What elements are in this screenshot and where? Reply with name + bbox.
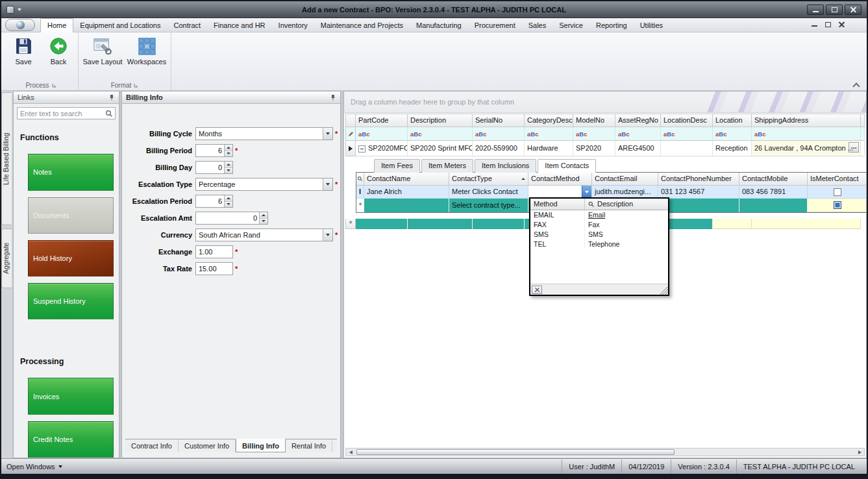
billing-period-stepper[interactable]: 6 [195,144,233,157]
tab-item-inclusions[interactable]: Item Inclusions [475,159,536,173]
contact-row[interactable]: I Jane Alrich Meter Clicks Contact judit… [356,186,867,199]
application-button[interactable] [5,19,35,31]
invoices-button[interactable]: Invoices [28,378,114,414]
open-windows-button[interactable]: Open Windows [6,463,62,471]
column-header-partcode[interactable]: PartCode [356,114,408,127]
resize-grip[interactable] [660,287,668,295]
filter-cell-categorydesc[interactable]: aBc [525,127,573,141]
tab-reporting[interactable]: Reporting [589,19,634,32]
suspend-history-button[interactable]: Suspend History [28,283,114,319]
filter-cell-description[interactable]: aBc [408,127,473,141]
spin-up-icon[interactable] [225,195,232,201]
tab-procurement[interactable]: Procurement [468,19,522,32]
column-header-modelno[interactable]: ModelNo [573,114,615,127]
cell-contactphonenumber[interactable]: 031 123 4567 [658,186,739,199]
spin-down-icon[interactable] [225,167,232,174]
tab-equipment-and-locations[interactable]: Equipment and Locations [73,19,167,32]
dropdown-option-tel[interactable]: TEL Telephone [530,240,668,249]
dropdown-column-method[interactable]: Method [530,199,585,210]
maximize-button[interactable] [826,5,843,15]
filter-cell-location[interactable]: aBc [713,127,752,141]
new-cell-contactmobile[interactable] [739,199,808,212]
checkbox-focused[interactable] [834,201,841,209]
chevron-down-icon[interactable] [323,178,332,190]
cell-location[interactable]: Reception [713,141,752,156]
cell-description[interactable]: SP2020 Sprint MFC [408,141,473,156]
cell-contactmethod-editor[interactable] [528,186,592,199]
cell-serialno[interactable]: 2020-559900 [473,141,525,156]
cell-categorydesc[interactable]: Hardware [525,141,573,156]
search-icon[interactable] [357,176,363,182]
workspaces-button[interactable]: Workspaces [127,34,167,80]
column-header-categorydesc[interactable]: CategoryDesc [525,114,573,127]
tab-item-fees[interactable]: Item Fees [374,159,420,173]
escalation-type-select[interactable]: Percentage [195,178,333,191]
column-header-description[interactable]: Description [408,114,473,127]
filter-cell-shippingaddress[interactable]: aBc [752,127,861,141]
column-header-ismetercontact[interactable]: IsMeterContact [808,173,867,186]
save-button[interactable]: Save [8,34,39,80]
column-header-location[interactable]: Location [713,114,752,127]
spin-up-icon[interactable] [225,145,232,151]
cell-ismetercontact[interactable] [808,186,867,199]
horizontal-scrollbar[interactable] [345,448,865,456]
cell-contacttype[interactable]: Meter Clicks Contact [449,186,528,199]
tax-rate-field[interactable]: 15.00 [195,262,233,275]
spin-up-icon[interactable] [225,162,232,167]
new-cell-contactname[interactable] [364,199,449,212]
tab-customer-info[interactable]: Customer Info [179,439,236,452]
column-header-contactname[interactable]: ContactName [364,173,449,186]
tab-manufacturing[interactable]: Manufacturing [410,19,468,32]
new-cell-description[interactable] [408,219,473,229]
group-by-panel[interactable]: Drag a column header here to group by th… [344,92,866,113]
billing-day-stepper[interactable]: 0 [195,161,233,174]
billing-cycle-select[interactable]: Months [195,127,333,140]
filter-cell-modelno[interactable]: aBc [573,127,615,141]
dropdown-option-fax[interactable]: FAX Fax [530,220,668,230]
tab-inventory[interactable]: Inventory [272,19,314,32]
column-header-contactmethod[interactable]: ContactMethod [528,173,592,186]
new-cell-ismetercontact[interactable] [808,199,867,212]
search-input[interactable] [18,110,105,117]
quick-access-dropdown-icon[interactable] [18,8,21,11]
new-cell-partcode[interactable] [356,219,408,229]
group-dialog-launcher-icon[interactable] [52,83,56,88]
cell-modelno[interactable]: SP2020 [573,141,615,156]
cell-contactmobile[interactable]: 083 456 7891 [739,186,808,199]
column-header-locationdesc[interactable]: LocationDesc [661,114,713,127]
pin-icon[interactable] [330,94,336,101]
tab-service[interactable]: Service [552,19,589,32]
pin-icon[interactable] [108,94,115,101]
search-icon[interactable] [105,110,113,117]
new-cell-contacttype[interactable]: Select contract type... [449,199,528,212]
filter-cell-partcode[interactable]: aBc [356,127,408,141]
tab-item-meters[interactable]: Item Meters [421,159,473,173]
mdi-restore-icon[interactable] [825,22,831,27]
cell-assetregno[interactable]: AREG4500 [615,141,661,156]
spin-down-icon[interactable] [225,151,232,157]
tab-maintenance-and-projects[interactable]: Maintenance and Projects [314,19,410,32]
collapse-detail-icon[interactable] [358,145,366,153]
mdi-close-icon[interactable] [839,21,845,27]
minimize-button[interactable] [807,5,824,15]
filter-cell-serialno[interactable]: aBc [473,127,525,141]
notes-button[interactable]: Notes [28,154,114,190]
group-dialog-launcher-icon[interactable] [134,83,138,88]
documents-button[interactable]: Documents [28,197,114,234]
tab-contract[interactable]: Contract [167,19,208,32]
filter-cell-assetregno[interactable]: aBc [615,127,661,141]
column-header-serialno[interactable]: SerialNo [473,114,525,127]
column-header-shippingaddress[interactable]: ShippingAddress [752,114,861,127]
close-dropdown-button[interactable] [532,286,542,294]
dropdown-column-description[interactable]: Description [585,199,668,210]
column-header-contacttype[interactable]: ContactType [449,173,528,186]
checkbox-unchecked[interactable] [834,188,841,196]
tab-billing-info[interactable]: Billing Info [236,439,286,452]
tab-finance-and-hr[interactable]: Finance and HR [207,19,272,32]
column-header-contactmobile[interactable]: ContactMobile [739,173,808,186]
spin-up-icon[interactable] [260,212,267,218]
dropdown-button[interactable] [582,186,591,198]
scroll-right-icon[interactable] [855,448,864,456]
close-button[interactable] [845,5,862,15]
chevron-down-icon[interactable] [323,128,332,140]
